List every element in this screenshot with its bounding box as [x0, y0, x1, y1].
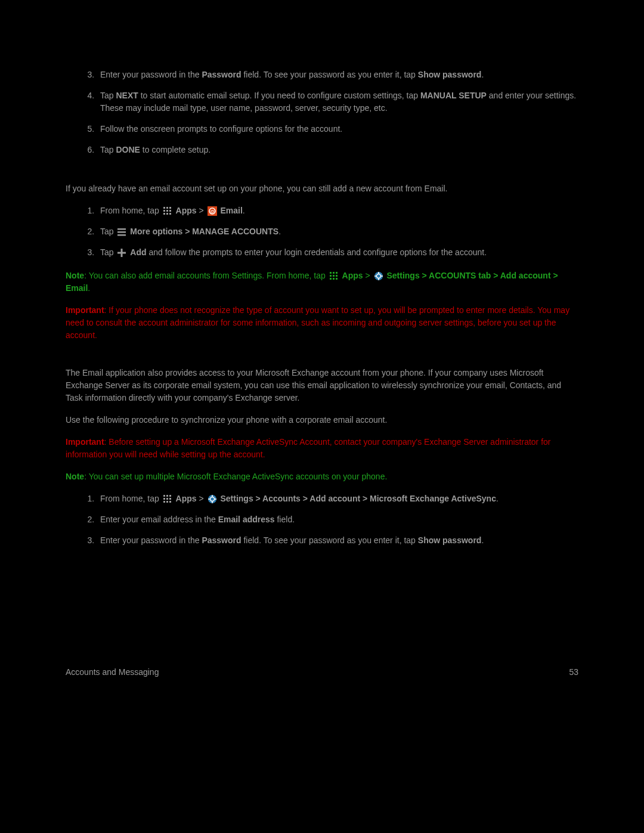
bold-text: Password	[202, 535, 241, 545]
text: >	[197, 494, 206, 503]
list-item: Tap Add and follow the prompts to enter …	[97, 246, 578, 259]
footer-page-number: 53	[569, 666, 578, 679]
bold-text: NEXT	[116, 91, 138, 100]
page-footer: Accounts and Messaging 53	[66, 666, 578, 679]
bold-text: More options > MANAGE ACCOUNTS	[130, 227, 278, 236]
list-item: Enter your password in the Password fiel…	[97, 69, 578, 81]
document-page: Enter your password in the Password fiel…	[0, 0, 644, 833]
list-item: From home, tap Apps > Settings > Account…	[97, 493, 578, 505]
svg-rect-34	[163, 498, 165, 500]
text: field. To see your password as you enter…	[242, 70, 418, 79]
text: to start automatic email setup. If you n…	[138, 91, 420, 100]
list-item: Enter your email address in the Email ad…	[97, 513, 578, 526]
text: .	[278, 227, 281, 236]
text: Tap	[100, 145, 116, 154]
svg-rect-2	[169, 207, 171, 209]
svg-rect-4	[166, 210, 168, 212]
important-label: Important	[66, 437, 104, 447]
list-item: Tap NEXT to start automatic email setup.…	[97, 89, 578, 114]
bold-text: MANUAL SETUP	[420, 91, 487, 100]
bold-text: Email address	[218, 515, 275, 524]
bold-text: Password	[202, 70, 241, 79]
bold-text: Add	[130, 247, 146, 257]
more-options-icon	[117, 227, 126, 237]
footer-section-title: Accounts and Messaging	[66, 666, 159, 679]
bold-text: Show password	[418, 535, 482, 545]
svg-rect-31	[163, 495, 165, 497]
note-paragraph: Note: You can set up multiple Microsoft …	[66, 470, 578, 483]
important-label: Important	[66, 305, 104, 315]
list-item: Tap More options > MANAGE ACCOUNTS.	[97, 225, 578, 238]
svg-rect-19	[330, 275, 332, 277]
svg-rect-3	[163, 210, 165, 212]
text: .	[481, 70, 484, 79]
svg-rect-33	[169, 495, 171, 497]
text: .	[243, 206, 245, 215]
spacer	[66, 351, 578, 357]
text: .	[496, 494, 499, 503]
email-app-icon: @	[208, 206, 217, 216]
text: Tap	[100, 227, 116, 236]
apps-grid-icon	[163, 206, 172, 216]
text: Enter your password in the	[100, 70, 202, 79]
instruction-list-2: From home, tap Apps > @ Email. Tap More …	[66, 205, 578, 259]
text: From home, tap	[100, 206, 162, 215]
svg-rect-37	[163, 501, 165, 503]
apps-grid-icon	[163, 494, 172, 504]
svg-rect-16	[330, 272, 332, 274]
text: Enter your password in the	[100, 535, 202, 545]
text: .	[481, 535, 484, 545]
svg-rect-24	[336, 278, 338, 280]
add-plus-icon	[117, 248, 126, 258]
svg-rect-22	[330, 278, 332, 280]
svg-rect-20	[333, 275, 335, 277]
svg-rect-0	[163, 207, 165, 209]
text: and follow the prompts to enter your log…	[147, 247, 487, 257]
svg-rect-23	[333, 278, 335, 280]
text: : If your phone does not recognize the t…	[66, 305, 569, 340]
bold-text: DONE	[116, 145, 140, 154]
bold-text: Email	[220, 206, 242, 215]
svg-rect-39	[169, 501, 171, 503]
text: : You can set up multiple Microsoft Exch…	[84, 472, 387, 481]
text: >	[197, 206, 206, 215]
svg-rect-35	[166, 498, 168, 500]
svg-rect-21	[336, 275, 338, 277]
svg-rect-36	[169, 498, 171, 500]
list-item: From home, tap Apps > @ Email.	[97, 205, 578, 217]
note-paragraph: Note: You can also add email accounts fr…	[66, 270, 578, 295]
svg-rect-12	[117, 231, 126, 233]
svg-rect-7	[166, 213, 168, 215]
svg-rect-5	[169, 210, 171, 212]
svg-rect-17	[333, 272, 335, 274]
list-item: Tap DONE to complete setup.	[97, 144, 578, 156]
svg-rect-38	[166, 501, 168, 503]
text: field. To see your password as you enter…	[242, 535, 418, 545]
spacer	[66, 167, 578, 173]
settings-gear-icon	[208, 494, 217, 504]
text: : You can also add email accounts from S…	[84, 271, 328, 280]
bold-text: Apps	[176, 494, 197, 503]
text: : Before setting up a Microsoft Exchange…	[66, 437, 551, 459]
svg-rect-6	[163, 213, 165, 215]
text: Enter your email address in the	[100, 515, 218, 524]
text: to complete setup.	[140, 145, 210, 154]
text: >	[363, 271, 373, 280]
bold-text: Settings	[386, 271, 419, 280]
text: field.	[275, 515, 295, 524]
apps-grid-icon	[329, 271, 339, 281]
bold-text: Apps	[342, 271, 363, 280]
list-item: Enter your password in the Password fiel…	[97, 534, 578, 547]
svg-rect-32	[166, 495, 168, 497]
svg-rect-8	[169, 213, 171, 215]
important-paragraph: Important: If your phone does not recogn…	[66, 304, 578, 342]
text: Tap	[100, 91, 116, 100]
settings-gear-icon	[374, 271, 383, 281]
text: Tap	[100, 247, 116, 257]
bold-text: Apps	[176, 206, 197, 215]
paragraph: Use the following procedure to synchroni…	[66, 414, 578, 426]
svg-rect-13	[117, 234, 126, 236]
svg-text:@: @	[210, 209, 215, 214]
svg-rect-15	[117, 252, 126, 254]
bold-text: Show password	[418, 70, 482, 79]
